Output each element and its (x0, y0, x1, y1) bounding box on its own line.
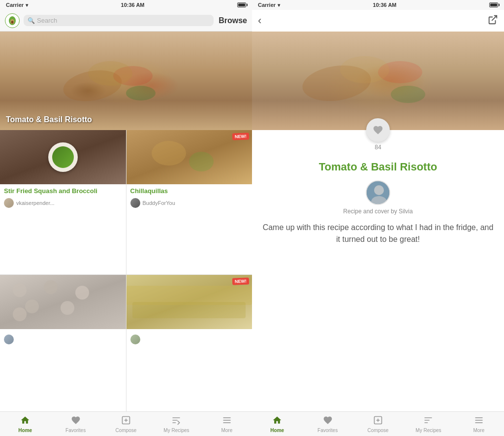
tab-compose-right[interactable]: Compose (353, 412, 403, 436)
tab-favorites-right[interactable]: Favorites (302, 412, 352, 436)
status-right-left (237, 2, 246, 7)
tab-label-compose-right: Compose (368, 428, 389, 433)
more-icon-left (222, 415, 232, 427)
left-tab-bar: Home Favorites Compose My Recipes More (0, 411, 252, 436)
author-photo (366, 180, 390, 205)
tab-label-home-left: Home (18, 428, 32, 433)
tab-more-left[interactable]: More (202, 412, 252, 436)
hero-title: Tomato & Basil Risotto (6, 115, 92, 124)
tab-label-compose-left: Compose (116, 428, 137, 433)
battery-icon (237, 2, 246, 7)
recipe-image-squash (0, 130, 126, 184)
recipe-author-chilla: BuddyForYou (130, 198, 249, 208)
svg-point-10 (374, 185, 384, 195)
detail-header: ‹ (252, 10, 504, 32)
detail-content: Tomato & Basil Risotto Recipe and cover … (252, 156, 504, 411)
wifi-icon-right: ▾ (278, 2, 280, 8)
author-name-squash: vkaiserpender... (16, 200, 55, 206)
recipe-info-granola (126, 329, 252, 348)
author-credit: Recipe and cover by Silvia (343, 208, 412, 215)
recipe-image-chilla: NEW! (126, 130, 252, 184)
recipe-card-squash[interactable]: Stir Fried Squash and Broccoli vkaiserpe… (0, 130, 126, 274)
new-badge-chilla: NEW! (232, 133, 249, 140)
home-icon-left (20, 415, 30, 427)
right-phone: Carrier ▾ 10:36 AM ‹ (252, 0, 504, 436)
new-badge-granola: NEW! (232, 278, 249, 285)
like-section: 84 (252, 118, 504, 151)
recipe-author-granola (130, 335, 249, 344)
author-avatar-detail (367, 181, 390, 205)
home-icon-right (272, 415, 282, 427)
hero-image[interactable]: Tomato & Basil Risotto (0, 32, 252, 130)
recipe-card-balls[interactable] (0, 275, 126, 411)
tab-label-favorites-left: Favorites (65, 428, 86, 433)
battery-icon-right (489, 2, 498, 7)
left-status-bar: Carrier ▾ 10:36 AM (0, 0, 252, 10)
status-time-right: 10:36 AM (373, 2, 397, 8)
recipe-grid: Stir Fried Squash and Broccoli vkaiserpe… (0, 130, 252, 411)
detail-title: Tomato & Basil Risotto (262, 161, 494, 173)
recipe-name-squash: Stir Fried Squash and Broccoli (4, 187, 122, 196)
search-placeholder: Search (37, 17, 57, 24)
tab-myrecipes-left[interactable]: My Recipes (151, 412, 201, 436)
recipe-author-squash: vkaiserpender... (4, 198, 122, 208)
tab-home-right[interactable]: Home (252, 412, 302, 436)
tab-home-left[interactable]: Home (0, 412, 50, 436)
author-section: Recipe and cover by Silvia (262, 180, 494, 215)
carrier-text: Carrier (6, 2, 24, 8)
recipe-image-granola: NEW! (126, 275, 252, 329)
favorites-icon-left (71, 415, 81, 427)
tab-compose-left[interactable]: Compose (101, 412, 151, 436)
status-carrier-left: Carrier ▾ (6, 2, 28, 8)
myrecipes-icon-right (423, 415, 433, 427)
tab-label-more-right: More (473, 428, 484, 433)
tab-favorites-left[interactable]: Favorites (50, 412, 100, 436)
recipe-info-squash: Stir Fried Squash and Broccoli vkaiserpe… (0, 184, 126, 212)
like-count: 84 (375, 144, 381, 151)
tab-myrecipes-right[interactable]: My Recipes (403, 412, 453, 436)
favorites-icon-right (323, 415, 333, 427)
recipe-info-balls (0, 329, 126, 348)
recipe-card-granola[interactable]: NEW! (126, 275, 252, 411)
status-right-right (489, 2, 498, 7)
tab-label-more-left: More (221, 428, 232, 433)
svg-point-2 (11, 21, 14, 24)
detail-hero-image (252, 32, 504, 130)
tab-label-myrecipes-right: My Recipes (415, 428, 441, 433)
recipe-image-balls (0, 275, 126, 329)
like-button[interactable] (366, 118, 390, 142)
browse-title: Browse (219, 16, 247, 25)
recipe-author-balls (4, 335, 122, 344)
back-button[interactable]: ‹ (258, 14, 261, 27)
right-status-bar: Carrier ▾ 10:36 AM (252, 0, 504, 10)
recipe-name-chilla: Chillaquillas (130, 187, 249, 196)
author-avatar-balls (4, 335, 14, 344)
wifi-icon: ▾ (26, 2, 28, 8)
tab-more-right[interactable]: More (454, 412, 504, 436)
author-avatar-chilla (130, 198, 140, 208)
share-button[interactable] (487, 14, 498, 28)
carrier-text-right: Carrier (258, 2, 276, 8)
recipe-info-chilla: Chillaquillas BuddyForYou (126, 184, 252, 212)
search-bar[interactable]: 🔍 Search (24, 15, 214, 26)
status-time-left: 10:36 AM (121, 2, 145, 8)
myrecipes-icon-left (171, 415, 181, 427)
author-avatar-squash (4, 198, 14, 208)
compose-icon-left (121, 415, 131, 427)
avocado-icon (7, 16, 17, 26)
recipe-card-chilla[interactable]: NEW! Chillaquillas BuddyForYou (126, 130, 252, 274)
recipe-description: Came up with this recipe according to wh… (262, 222, 494, 245)
detail-food-visual (252, 32, 504, 130)
right-tab-bar: Home Favorites Compose My Recipes More (252, 411, 504, 436)
status-carrier-right: Carrier ▾ (258, 2, 280, 8)
heart-icon (373, 125, 383, 135)
more-icon-right (474, 415, 484, 427)
left-phone: Carrier ▾ 10:36 AM 🔍 Search Browse (0, 0, 252, 436)
author-avatar-granola (130, 335, 140, 344)
app-logo (5, 13, 20, 28)
tab-label-myrecipes-left: My Recipes (163, 428, 189, 433)
compose-icon-right (373, 415, 383, 427)
tab-label-favorites-right: Favorites (317, 428, 338, 433)
nav-header: 🔍 Search Browse (0, 10, 252, 32)
tab-label-home-right: Home (270, 428, 284, 433)
